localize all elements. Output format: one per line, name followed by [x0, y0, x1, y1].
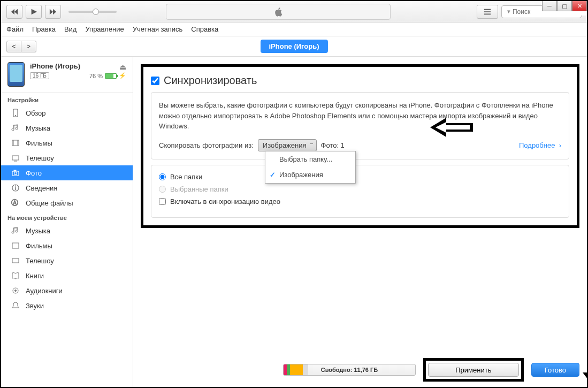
book-icon [11, 271, 20, 280]
window-minimize-button[interactable]: ─ [542, 1, 557, 11]
radio-selected-folders[interactable]: Выбранные папки [159, 185, 561, 193]
menu-file[interactable]: Файл [6, 25, 24, 33]
source-select[interactable]: Изображения [258, 139, 317, 152]
menu-help[interactable]: Справка [191, 25, 218, 33]
bell-icon [11, 301, 20, 310]
playback-toolbar: ▾ ─ ▢ ✕ [1, 1, 587, 22]
folders-panel: Все папки Выбранные папки Включать в син… [151, 165, 569, 218]
more-link[interactable]: Подробнее › [519, 140, 561, 151]
device-books[interactable]: Книги [1, 268, 133, 283]
sidebar-item-photos[interactable]: Фото [1, 165, 133, 180]
info-icon [11, 183, 20, 193]
prev-track-button[interactable] [6, 5, 22, 19]
svg-text:Ⓐ: Ⓐ [11, 199, 18, 207]
tv-icon [11, 256, 20, 265]
dropdown-choose-folder[interactable]: Выбрать папку... [265, 151, 355, 168]
sidebar-item-label: Общие файлы [26, 199, 73, 207]
app-menubar: Файл Правка Вид Управление Учетная запис… [1, 22, 587, 36]
checkbox-include-video[interactable]: Включать в синхронизацию видео [159, 197, 561, 206]
dropdown-images[interactable]: Изображения [265, 167, 355, 183]
sidebar-item-label: Фильмы [26, 242, 52, 250]
battery-icon [105, 73, 117, 79]
storage-bar: Свободно: 11,76 ГБ [283, 364, 416, 376]
audiobook-icon [11, 286, 20, 295]
now-playing-display [166, 4, 391, 20]
play-button[interactable] [26, 5, 42, 19]
storage-badge: 16 ГБ [30, 72, 49, 79]
section-on-device: На моем устройстве [1, 210, 133, 223]
sidebar: iPhone (Игорь) ⏏ 16 ГБ 76 % ⚡ Настройки … [1, 57, 133, 387]
sidebar-item-movies[interactable]: Фильмы [1, 135, 133, 150]
device-icon [11, 108, 20, 118]
source-dropdown[interactable]: Выбрать папку... Изображения [265, 151, 356, 184]
film-icon [11, 138, 20, 148]
sidebar-item-label: Музыка [26, 227, 50, 235]
nav-back-button[interactable]: < [6, 41, 21, 52]
copy-from-label: Скопировать фотографии из: [159, 140, 254, 151]
sync-checkbox[interactable] [151, 77, 159, 85]
sidebar-item-music[interactable]: Музыка [1, 120, 133, 135]
annotation-arrow-down [583, 351, 587, 387]
music-icon [11, 123, 20, 133]
radio-all-folders[interactable]: Все папки [159, 173, 561, 181]
film-icon [11, 241, 20, 250]
svg-point-19 [15, 290, 17, 292]
apps-icon: Ⓐ [11, 198, 20, 208]
menu-edit[interactable]: Правка [32, 25, 56, 33]
device-header: iPhone (Игорь) ⏏ 16 ГБ 76 % ⚡ [1, 57, 133, 93]
svg-point-10 [14, 172, 17, 175]
device-tones[interactable]: Звуки [1, 298, 133, 313]
sidebar-item-label: Фильмы [26, 139, 52, 147]
window-maximize-button[interactable]: ▢ [557, 1, 572, 11]
sidebar-item-tvshows[interactable]: Телешоу [1, 150, 133, 165]
device-movies[interactable]: Фильмы [1, 238, 133, 253]
sidebar-item-label: Телешоу [26, 257, 54, 265]
sync-heading: Синхронизировать [151, 74, 569, 87]
svg-point-14 [15, 186, 16, 187]
volume-slider[interactable] [68, 11, 117, 13]
device-audiobooks[interactable]: Аудиокниги [1, 283, 133, 298]
highlight-box: Синхронизировать Вы можете выбрать, каки… [141, 64, 579, 228]
menu-view[interactable]: Вид [64, 25, 77, 33]
apply-highlight: Применить [423, 358, 524, 382]
content-area: Синхронизировать Вы можете выбрать, каки… [133, 57, 587, 387]
next-track-button[interactable] [45, 5, 61, 19]
apple-icon [273, 6, 284, 17]
nav-forward-button[interactable]: > [21, 41, 36, 52]
camera-icon [11, 168, 20, 178]
sidebar-item-shared-files[interactable]: ⒶОбщие файлы [1, 195, 133, 210]
list-view-button[interactable] [477, 5, 498, 19]
device-name: iPhone (Игорь) [30, 62, 80, 70]
svg-rect-17 [12, 258, 19, 263]
sidebar-item-overview[interactable]: Обзор [1, 105, 133, 120]
svg-rect-11 [14, 170, 16, 171]
sidebar-item-label: Музыка [26, 124, 50, 132]
music-icon [11, 226, 20, 235]
sync-description: Вы можете выбрать, какие фотографии с ко… [159, 100, 561, 132]
battery-status: 76 % ⚡ [89, 72, 126, 79]
sidebar-item-label: Книги [26, 272, 44, 280]
device-tab[interactable]: iPhone (Игорь) [260, 40, 327, 53]
free-label: Свободно: 11,76 ГБ [321, 367, 378, 373]
sidebar-item-label: Аудиокниги [26, 287, 63, 295]
sync-title-label: Синхронизировать [164, 74, 257, 87]
menu-controls[interactable]: Управление [85, 25, 124, 33]
sidebar-item-label: Звуки [26, 302, 44, 310]
sync-panel: Вы можете выбрать, какие фотографии с ко… [151, 92, 569, 159]
done-button[interactable]: Готово [531, 363, 579, 377]
tv-icon [11, 153, 20, 163]
window-close-button[interactable]: ✕ [572, 1, 587, 11]
eject-button[interactable]: ⏏ [119, 63, 126, 71]
photo-count: Фото: 1 [321, 140, 345, 151]
apply-button[interactable]: Применить [428, 363, 519, 377]
annotation-arrow-left [430, 117, 473, 138]
tab-row: < > iPhone (Игорь) [1, 36, 587, 57]
menu-account[interactable]: Учетная запись [133, 25, 183, 33]
sidebar-item-label: Фото [26, 169, 42, 177]
sidebar-item-label: Сведения [26, 184, 57, 192]
device-tvshows[interactable]: Телешоу [1, 253, 133, 268]
sidebar-item-info[interactable]: Сведения [1, 180, 133, 195]
device-music[interactable]: Музыка [1, 223, 133, 238]
sidebar-item-label: Телешоу [26, 154, 54, 162]
section-settings: Настройки [1, 93, 133, 105]
